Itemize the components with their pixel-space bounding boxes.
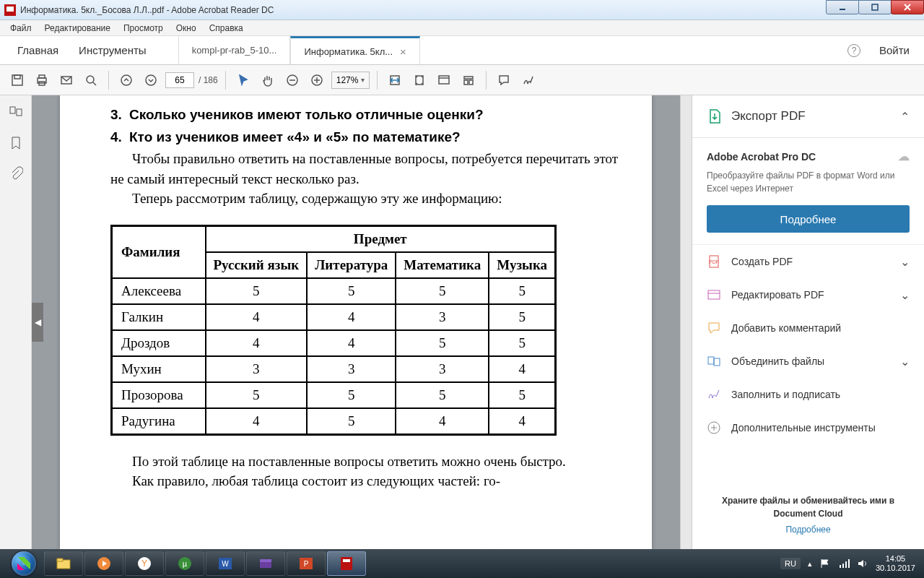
attachment-icon[interactable] xyxy=(9,166,23,181)
sign-icon[interactable] xyxy=(518,70,539,90)
read-mode-icon[interactable] xyxy=(458,70,479,90)
tab-tools[interactable]: Инструменты xyxy=(69,44,157,56)
svg-rect-5 xyxy=(14,75,20,79)
tray-volume-icon[interactable] xyxy=(857,558,868,569)
menu-file[interactable]: Файл xyxy=(4,22,38,35)
prev-page-arrow[interactable]: ◀ xyxy=(32,303,43,342)
cloud-promo-link[interactable]: Подробнее xyxy=(707,525,910,535)
more-tools-label: Дополнительные инструменты xyxy=(731,422,876,434)
page-content: 3.Сколько учеников имеют только отличные… xyxy=(60,95,652,549)
close-tab-icon[interactable]: × xyxy=(400,46,406,58)
system-tray: RU ▴ 14:0530.10.2017 xyxy=(780,554,920,573)
fit-page-icon[interactable] xyxy=(409,70,430,90)
save-icon[interactable] xyxy=(7,70,27,90)
zoom-in-icon[interactable] xyxy=(307,70,327,90)
comment-icon[interactable] xyxy=(494,70,514,90)
svg-rect-7 xyxy=(39,75,45,78)
edit-pdf-label: Редактировать PDF xyxy=(731,289,824,301)
doc-tab-2[interactable]: Информатика. 5кл...× xyxy=(290,36,419,64)
more-tools-item[interactable]: Дополнительные инструменты xyxy=(692,411,924,444)
table-row: Радугина4544 xyxy=(112,408,556,435)
tray-flag-icon[interactable] xyxy=(819,558,831,569)
taskbar-powerpoint[interactable]: P xyxy=(287,551,326,576)
tray-network-icon[interactable] xyxy=(838,558,850,569)
create-pdf-item[interactable]: PDFСоздать PDF⌄ xyxy=(692,245,924,278)
menu-help[interactable]: Справка xyxy=(204,22,249,35)
taskbar-yandex[interactable]: Y xyxy=(125,551,164,576)
window-titlebar: Информатика. 5кл._Босова Л.Л..pdf - Adob… xyxy=(0,0,924,20)
edit-pdf-item[interactable]: Редактировать PDF⌄ xyxy=(692,278,924,311)
q3-text: Сколько учеников имеют только отличные о… xyxy=(129,107,484,122)
fill-sign-label: Заполнить и подписать xyxy=(731,389,840,400)
svg-point-12 xyxy=(121,75,131,85)
help-icon[interactable]: ? xyxy=(847,44,860,57)
svg-rect-51 xyxy=(343,559,350,562)
taskbar-mediaplayer[interactable] xyxy=(84,551,123,576)
doc-tab-1[interactable]: kompl-pr-rab_5-10... xyxy=(178,36,291,64)
taskbar-explorer[interactable] xyxy=(44,551,83,576)
document-area[interactable]: ◀ 3.Сколько учеников имеют только отличн… xyxy=(32,95,680,549)
pointer-tool-icon[interactable] xyxy=(233,70,253,90)
svg-rect-50 xyxy=(341,557,352,570)
taskbar-utorrent[interactable]: µ xyxy=(165,551,204,576)
svg-point-13 xyxy=(146,75,156,85)
edit-pdf-icon xyxy=(707,288,721,302)
login-button[interactable]: Войти xyxy=(872,44,917,56)
svg-text:W: W xyxy=(222,560,229,568)
fullscreen-icon[interactable] xyxy=(434,70,454,90)
fill-sign-item[interactable]: Заполнить и подписать xyxy=(692,378,924,411)
q4-text: Кто из учеников имеет «4» и «5» по матем… xyxy=(129,129,461,144)
tray-chevron-icon[interactable]: ▴ xyxy=(808,559,812,569)
svg-rect-4 xyxy=(12,75,22,85)
comment-item[interactable]: Добавить комментарий xyxy=(692,311,924,345)
zoom-level-dropdown[interactable]: 127%▾ xyxy=(331,72,370,89)
menu-view[interactable]: Просмотр xyxy=(118,22,169,35)
page-number-input[interactable] xyxy=(165,72,194,88)
svg-rect-26 xyxy=(10,107,15,113)
menu-window[interactable]: Окно xyxy=(170,22,202,35)
tab-home[interactable]: Главная xyxy=(7,44,69,56)
para-1: Чтобы правильно ответить на поставленные… xyxy=(110,149,623,189)
hand-tool-icon[interactable] xyxy=(258,70,278,90)
fit-width-icon[interactable] xyxy=(385,70,405,90)
table-row: Алексеева5555 xyxy=(112,278,556,304)
windows-orb-icon xyxy=(12,551,36,576)
th-russian: Русский язык xyxy=(206,252,308,278)
print-icon[interactable] xyxy=(32,70,52,90)
chevron-down-icon: ⌄ xyxy=(900,355,910,368)
thumbnails-icon[interactable] xyxy=(9,105,23,120)
window-maximize-button[interactable] xyxy=(858,0,892,14)
combine-label: Объединить файлы xyxy=(731,355,824,367)
bookmark-icon[interactable] xyxy=(9,136,23,150)
th-math: Математика xyxy=(396,252,489,278)
tray-date: 30.10.2017 xyxy=(876,564,915,573)
search-icon[interactable] xyxy=(81,70,101,90)
vertical-scrollbar[interactable] xyxy=(680,95,692,549)
table-row: Дроздов4455 xyxy=(112,330,556,356)
export-pdf-header[interactable]: Экспорт PDF ⌃ xyxy=(692,95,924,138)
tray-language[interactable]: RU xyxy=(780,558,801,569)
menu-edit[interactable]: Редактирование xyxy=(39,22,116,35)
svg-rect-32 xyxy=(708,357,714,364)
product-desc: Преобразуйте файлы PDF в формат Word или… xyxy=(707,169,910,195)
taskbar-word[interactable]: W xyxy=(206,551,245,576)
plus-circle-icon xyxy=(707,420,721,435)
fill-sign-icon xyxy=(707,387,721,402)
window-minimize-button[interactable] xyxy=(826,0,859,14)
svg-rect-23 xyxy=(464,77,473,79)
learn-more-button[interactable]: Подробнее xyxy=(707,205,910,233)
window-close-button[interactable] xyxy=(891,0,924,14)
para-4: Как правило, любая таблица состоит из сл… xyxy=(110,471,623,491)
tray-clock[interactable]: 14:0530.10.2017 xyxy=(876,554,915,573)
taskbar-acrobat[interactable] xyxy=(327,551,366,576)
zoom-out-icon[interactable] xyxy=(282,70,302,90)
page-up-icon[interactable] xyxy=(116,70,136,90)
taskbar: Y µ W P RU ▴ 14:0530.10.2017 xyxy=(0,549,924,578)
page-down-icon[interactable] xyxy=(141,70,161,90)
mail-icon[interactable] xyxy=(56,70,77,90)
combine-files-item[interactable]: Объединить файлы⌄ xyxy=(692,345,924,378)
start-button[interactable] xyxy=(4,549,43,578)
svg-rect-21 xyxy=(439,76,449,84)
taskbar-winrar[interactable] xyxy=(246,551,285,576)
svg-line-11 xyxy=(93,82,96,85)
